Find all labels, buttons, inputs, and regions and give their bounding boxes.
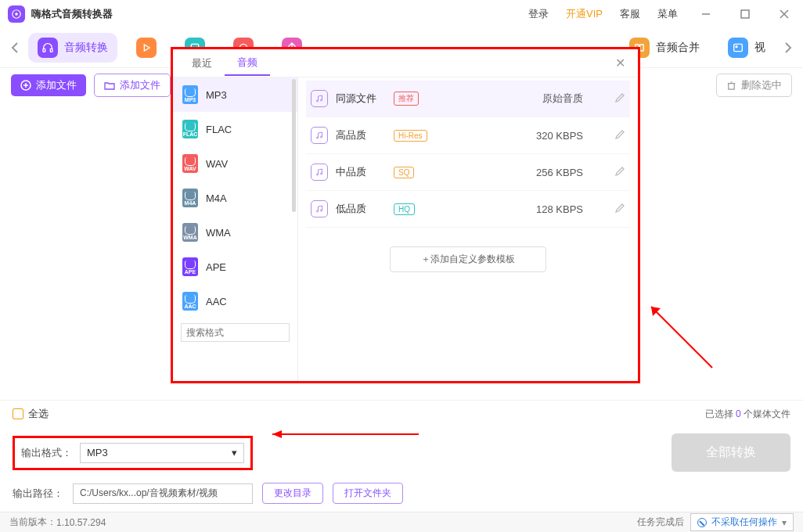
output-path-row: 输出路径： C:/Users/kx...op/音视频素材/视频 更改目录 打开文… xyxy=(0,478,803,512)
tab-label: 视 xyxy=(754,41,765,55)
output-format-label: 输出格式： xyxy=(21,446,72,460)
login-link[interactable]: 登录 xyxy=(528,7,549,21)
svg-line-26 xyxy=(651,307,712,368)
menu-link[interactable]: 菜单 xyxy=(657,7,678,21)
format-name: AAC xyxy=(206,296,227,307)
quality-row[interactable]: 同源文件推荐原始音质 xyxy=(306,81,630,117)
quality-row[interactable]: 中品质SQ256 KBPS xyxy=(306,154,630,191)
add-folder-button[interactable]: 添加文件 xyxy=(94,74,171,97)
tab-label: 音频合并 xyxy=(656,41,700,55)
convert-all-button[interactable]: 全部转换 xyxy=(672,433,790,472)
button-label: 删除选中 xyxy=(741,78,782,92)
version-label: 当前版本： xyxy=(9,516,56,529)
quality-bitrate: 128 KBPS xyxy=(536,203,583,215)
quality-bitrate: 原始音质 xyxy=(542,92,583,106)
select-row: 全选 已选择 0 个媒体文件 xyxy=(0,400,803,427)
maximize-button[interactable] xyxy=(734,3,756,25)
quality-name: 高品质 xyxy=(336,128,391,142)
add-custom-template-button[interactable]: ＋添加自定义参数模板 xyxy=(390,246,546,272)
after-task-label: 任务完成后 xyxy=(637,516,684,529)
edit-icon[interactable] xyxy=(614,92,625,106)
minimize-button[interactable] xyxy=(695,3,717,25)
tabs-scroll-left[interactable] xyxy=(6,32,23,63)
tabs-scroll-right[interactable] xyxy=(780,32,797,63)
format-item-wav[interactable]: WAVWAV xyxy=(173,146,297,181)
chevron-down-icon: ▾ xyxy=(232,447,237,458)
music-note-icon xyxy=(311,90,328,107)
svg-rect-13 xyxy=(734,44,743,51)
open-folder-button[interactable]: 打开文件夹 xyxy=(333,483,403,504)
quality-badge: Hi-Res xyxy=(394,130,427,142)
titlebar: 嗨格式音频转换器 登录 开通VIP 客服 菜单 xyxy=(0,0,803,27)
format-name: FLAC xyxy=(206,124,232,135)
format-item-aac[interactable]: AACAAC xyxy=(173,284,297,318)
tab-video[interactable]: 视 xyxy=(718,33,775,63)
format-list[interactable]: MP3MP3FLACFLACWAVWAVM4AM4AWMAWMAAPEAPEAA… xyxy=(173,77,298,381)
svg-marker-8 xyxy=(144,45,149,51)
scrollbar[interactable] xyxy=(292,79,296,212)
svg-rect-7 xyxy=(50,49,52,52)
format-name: WAV xyxy=(206,158,228,170)
popup-close-button[interactable]: ✕ xyxy=(609,52,632,74)
popup-tab-audio[interactable]: 音频 xyxy=(225,51,270,76)
format-item-mp3[interactable]: MP3MP3 xyxy=(173,77,297,112)
edit-icon[interactable] xyxy=(614,166,625,179)
trash-icon xyxy=(726,81,736,91)
edit-icon[interactable] xyxy=(614,129,625,142)
svg-point-14 xyxy=(736,45,737,47)
plus-circle-icon xyxy=(20,80,31,91)
quality-row[interactable]: 低品质HQ128 KBPS xyxy=(306,191,630,228)
output-format-select[interactable]: MP3 ▾ xyxy=(80,443,244,463)
quality-list: 同源文件推荐原始音质高品质Hi-Res320 KBPS中品质SQ256 KBPS… xyxy=(298,77,638,381)
select-all-label: 全选 xyxy=(28,407,49,421)
add-file-button[interactable]: 添加文件 xyxy=(11,74,86,96)
music-note-icon xyxy=(311,127,328,144)
svg-rect-3 xyxy=(741,10,749,18)
format-item-ape[interactable]: APEAPE xyxy=(173,250,297,284)
output-path-input[interactable]: C:/Users/kx...op/音视频素材/视频 xyxy=(73,483,253,504)
annotation-arrow-icon xyxy=(642,297,720,376)
format-file-icon: APE xyxy=(182,257,198,276)
format-search-input[interactable] xyxy=(181,323,290,342)
tab-item-2[interactable] xyxy=(127,33,166,63)
music-note-icon xyxy=(311,164,328,181)
folder-icon xyxy=(104,80,115,91)
quality-badge: HQ xyxy=(394,203,415,215)
quality-badge: 推荐 xyxy=(394,92,419,106)
format-name: WMA xyxy=(206,227,231,239)
quality-badge: SQ xyxy=(394,167,414,178)
close-icon: ✕ xyxy=(615,56,625,70)
delete-selected-button[interactable]: 删除选中 xyxy=(716,74,792,97)
format-search xyxy=(173,318,297,347)
popup-tab-recent[interactable]: 最近 xyxy=(179,52,225,75)
format-file-icon: M4A xyxy=(182,189,198,207)
vip-link[interactable]: 开通VIP xyxy=(566,7,603,21)
prohibit-icon xyxy=(697,518,707,527)
format-file-icon: MP3 xyxy=(182,85,198,104)
button-label: 添加文件 xyxy=(120,78,160,92)
bottom-panel: 全选 已选择 0 个媒体文件 输出格式： MP3 ▾ 全部转换 输出路径： C:… xyxy=(0,400,803,532)
svg-point-23 xyxy=(321,173,322,174)
quality-row[interactable]: 高品质Hi-Res320 KBPS xyxy=(306,117,630,154)
support-link[interactable]: 客服 xyxy=(620,7,640,21)
svg-rect-12 xyxy=(640,45,644,51)
tab-audio-convert[interactable]: 音频转换 xyxy=(28,33,117,63)
close-button[interactable] xyxy=(773,3,795,25)
change-dir-button[interactable]: 更改目录 xyxy=(262,483,323,504)
format-file-icon: FLAC xyxy=(182,120,198,138)
svg-point-19 xyxy=(321,99,322,101)
format-file-icon: WAV xyxy=(182,154,198,173)
image-icon xyxy=(728,38,748,58)
svg-point-1 xyxy=(15,13,18,16)
format-item-flac[interactable]: FLACFLAC xyxy=(173,112,297,146)
tab-icon xyxy=(136,38,157,58)
svg-point-24 xyxy=(317,210,319,212)
edit-icon[interactable] xyxy=(614,203,625,216)
format-item-m4a[interactable]: M4AM4A xyxy=(173,181,297,215)
app-icon xyxy=(8,5,25,23)
format-name: M4A xyxy=(206,192,227,204)
quality-bitrate: 256 KBPS xyxy=(536,167,583,178)
select-all-checkbox[interactable] xyxy=(13,408,23,419)
after-task-select[interactable]: 不采取任何操作 ▾ xyxy=(690,513,794,531)
format-item-wma[interactable]: WMAWMA xyxy=(173,215,297,250)
